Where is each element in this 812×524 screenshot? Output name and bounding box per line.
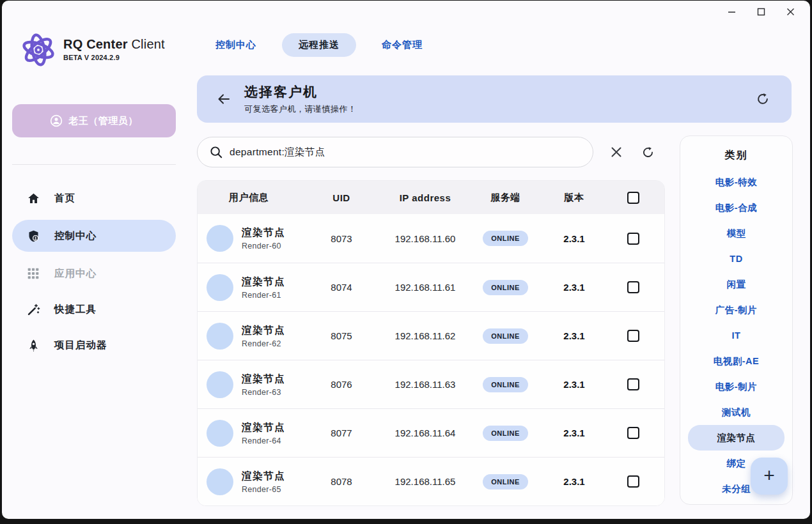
category-item-电影-合成[interactable]: 电影-合成 [688, 195, 785, 220]
client-hostname: Render-63 [242, 388, 285, 397]
tab-命令管理[interactable]: 命令管理 [365, 33, 439, 57]
client-name: 渲染节点 [242, 421, 285, 435]
table-header-row: 用户信息UIDIP address服务端版本 [198, 181, 664, 214]
app-window: RQ Center Client BETA V 2024.2.9 老王（管理员）… [2, 1, 810, 519]
search-input[interactable] [230, 146, 593, 158]
category-item-渲染节点[interactable]: 渲染节点 [688, 425, 785, 451]
sidebar-item-shield[interactable]: 控制中心 [12, 220, 176, 252]
close-icon[interactable] [781, 4, 800, 19]
client-hostname: Render-62 [242, 339, 285, 348]
status-badge: ONLINE [483, 426, 528, 441]
table-column-header: 服务端 [467, 192, 543, 204]
arrow-left-icon [216, 91, 231, 107]
page-header: 选择客户机 可复选客户机，请谨慎操作！ [197, 75, 792, 123]
status-badge: ONLINE [483, 280, 528, 295]
avatar [207, 274, 233, 301]
close-x-icon [611, 146, 622, 158]
category-item-闲置[interactable]: 闲置 [688, 272, 785, 297]
sidebar-item-label: 应用中心 [54, 267, 97, 281]
client-version: 2.3.1 [543, 428, 605, 438]
row-checkbox[interactable] [627, 378, 639, 390]
status-badge: ONLINE [483, 231, 528, 246]
tab-label: 远程推送 [299, 39, 340, 51]
tab-控制中心[interactable]: 控制中心 [199, 33, 273, 57]
table-row[interactable]: 渲染节点 Render-60 8073 192.168.11.60 ONLINE… [198, 214, 664, 263]
avatar [207, 420, 233, 447]
magic-wand-icon [27, 303, 40, 316]
table-column-header: IP address [383, 192, 467, 203]
client-ip: 192.168.11.61 [383, 282, 467, 293]
table-column-header: UID [300, 192, 383, 203]
table-row[interactable]: 渲染节点 Render-65 8078 192.168.11.65 ONLINE… [198, 457, 664, 505]
refresh-icon [641, 146, 655, 159]
client-ip: 192.168.11.63 [383, 379, 467, 390]
table-row[interactable]: 渲染节点 Render-63 8076 192.168.11.63 ONLINE… [198, 360, 664, 408]
user-name: 老王（管理员） [68, 115, 138, 127]
row-checkbox[interactable] [627, 330, 639, 342]
avatar [207, 468, 233, 495]
category-item-TD[interactable]: TD [688, 246, 785, 272]
client-hostname: Render-64 [242, 436, 285, 445]
client-uid: 8078 [300, 476, 383, 487]
maximize-icon[interactable] [751, 4, 770, 19]
client-name: 渲染节点 [242, 324, 285, 337]
home-icon [27, 192, 40, 205]
back-button[interactable] [212, 88, 235, 111]
client-version: 2.3.1 [543, 233, 605, 244]
client-uid: 8073 [300, 233, 383, 244]
sidebar-item-label: 首页 [54, 192, 75, 205]
client-uid: 8077 [300, 428, 383, 438]
shield-admin-icon [27, 229, 40, 243]
tab-label: 命令管理 [382, 39, 423, 51]
row-checkbox[interactable] [627, 475, 639, 488]
clear-search-button[interactable] [606, 142, 627, 162]
row-checkbox[interactable] [627, 233, 639, 245]
app-version: BETA V 2024.2.9 [63, 54, 165, 61]
home-icon [26, 191, 40, 205]
client-hostname: Render-60 [242, 242, 285, 250]
sidebar-item-label: 项目启动器 [54, 339, 107, 352]
minimize-icon[interactable] [722, 4, 741, 19]
add-button[interactable]: + [751, 458, 788, 495]
select-all-checkbox[interactable] [627, 192, 639, 204]
sidebar-nav: 首页 控制中心 应用中心 快捷工具 项目启动器 [12, 184, 176, 359]
top-tabs: 控制中心远程推送命令管理 [199, 33, 439, 57]
window-controls [722, 4, 800, 19]
search-box[interactable] [197, 137, 593, 167]
status-badge: ONLINE [483, 377, 528, 392]
status-badge: ONLINE [483, 328, 528, 344]
rocket-icon [27, 339, 40, 352]
client-hostname: Render-65 [242, 485, 285, 494]
category-item-IT[interactable]: IT [688, 323, 785, 348]
header-refresh-button[interactable] [752, 88, 774, 110]
category-item-电影-制片[interactable]: 电影-制片 [688, 374, 785, 399]
refresh-icon [756, 92, 770, 106]
search-refresh-button[interactable] [637, 142, 658, 162]
avatar [207, 323, 233, 350]
category-item-广告-制片[interactable]: 广告-制片 [688, 297, 785, 323]
sidebar-item-rocket[interactable]: 项目启动器 [12, 331, 176, 359]
wand-icon [26, 302, 40, 316]
category-item-模型[interactable]: 模型 [688, 220, 785, 246]
client-ip: 192.168.11.62 [383, 330, 467, 341]
row-checkbox[interactable] [627, 281, 639, 293]
sidebar-item-grid[interactable]: 应用中心 [12, 259, 176, 288]
table-body: 渲染节点 Render-60 8073 192.168.11.60 ONLINE… [198, 214, 664, 505]
client-ip: 192.168.11.64 [383, 428, 467, 438]
category-item-电影-特效[interactable]: 电影-特效 [688, 169, 785, 195]
row-checkbox[interactable] [627, 427, 639, 439]
rocket-icon [26, 338, 40, 352]
sidebar-item-home[interactable]: 首页 [12, 184, 176, 212]
category-item-电视剧-AE[interactable]: 电视剧-AE [688, 348, 785, 374]
category-item-测试机[interactable]: 测试机 [688, 399, 785, 425]
table-row[interactable]: 渲染节点 Render-61 8074 192.168.11.61 ONLINE… [198, 263, 664, 311]
user-icon [50, 114, 63, 127]
category-panel: 类别 电影-特效电影-合成模型TD闲置广告-制片IT电视剧-AE电影-制片测试机… [680, 135, 793, 505]
user-badge[interactable]: 老王（管理员） [12, 104, 176, 137]
avatar [207, 371, 233, 398]
table-row[interactable]: 渲染节点 Render-64 8077 192.168.11.64 ONLINE… [198, 408, 664, 457]
sidebar-item-label: 快捷工具 [54, 303, 97, 316]
sidebar-item-wand[interactable]: 快捷工具 [12, 295, 176, 323]
table-row[interactable]: 渲染节点 Render-62 8075 192.168.11.62 ONLINE… [198, 311, 664, 360]
tab-远程推送[interactable]: 远程推送 [282, 33, 356, 57]
